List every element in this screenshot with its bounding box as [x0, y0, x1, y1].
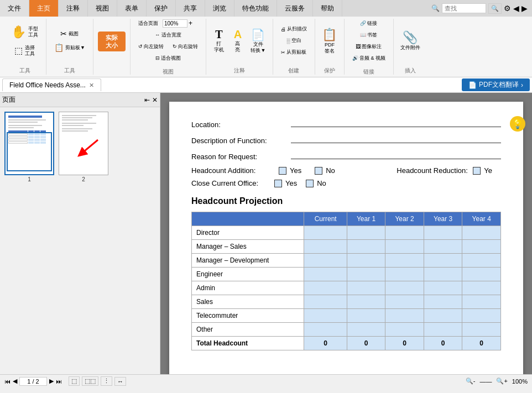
- fit-view-button[interactable]: ⊟ 适合视图: [135, 53, 201, 64]
- nav-prev-icon[interactable]: ◀: [513, 4, 519, 13]
- highlight-button[interactable]: A 高亮: [230, 26, 246, 55]
- row-value-cell[interactable]: [462, 254, 501, 268]
- row-value-cell[interactable]: [462, 226, 501, 240]
- row-value-cell[interactable]: 0: [462, 337, 501, 350]
- fit-width-button[interactable]: ↔ 适合宽度: [135, 30, 201, 40]
- zoom-input[interactable]: [163, 19, 187, 28]
- row-value-cell[interactable]: [424, 323, 462, 337]
- settings-icon[interactable]: ⚙: [504, 4, 511, 13]
- row-value-cell[interactable]: [347, 226, 385, 240]
- row-value-cell[interactable]: [385, 281, 424, 295]
- row-value-cell[interactable]: [462, 281, 501, 295]
- tab-protect[interactable]: 保护: [147, 0, 176, 17]
- nav-next-icon[interactable]: ▶: [521, 4, 528, 13]
- addition-yes-checkbox[interactable]: [279, 167, 286, 175]
- row-value-cell[interactable]: 0: [347, 337, 385, 350]
- row-value-cell[interactable]: [347, 240, 385, 254]
- row-value-cell[interactable]: [304, 226, 347, 240]
- tab-share[interactable]: 共享: [176, 0, 205, 17]
- reason-field[interactable]: [291, 150, 501, 159]
- tip-bubble[interactable]: 💡: [510, 116, 525, 132]
- audio-video-button[interactable]: 🔊音频 & 视频: [349, 53, 389, 64]
- row-value-cell[interactable]: [462, 268, 501, 281]
- tab-view[interactable]: 视图: [88, 0, 117, 17]
- row-value-cell[interactable]: [385, 240, 424, 254]
- image-annotate-button[interactable]: 🖼图像标注: [349, 41, 389, 52]
- search-btn[interactable]: 🔍: [488, 3, 502, 14]
- from-scanner-button[interactable]: 🖨从扫描仪: [278, 24, 310, 34]
- row-value-cell[interactable]: [385, 309, 424, 323]
- pdf-sign-button[interactable]: 📋 PDF签名: [320, 25, 340, 56]
- row-value-cell[interactable]: [424, 295, 462, 309]
- doc-tab-close-icon[interactable]: ✕: [89, 82, 94, 89]
- row-value-cell[interactable]: [304, 309, 347, 323]
- row-value-cell[interactable]: [304, 254, 347, 268]
- row-value-cell[interactable]: [347, 281, 385, 295]
- bookmark-button[interactable]: 📖书签: [349, 30, 389, 40]
- description-field[interactable]: [291, 134, 501, 143]
- row-value-cell[interactable]: 0: [304, 337, 347, 350]
- addition-no-checkbox[interactable]: [315, 167, 322, 175]
- screenshot-button[interactable]: ✂ 截图: [51, 28, 88, 40]
- row-value-cell[interactable]: [462, 240, 501, 254]
- page-thumb-2[interactable]: 2: [59, 112, 108, 182]
- tab-annotate[interactable]: 注释: [59, 0, 88, 17]
- reduction-ye-checkbox[interactable]: [473, 167, 481, 175]
- fit-icon[interactable]: ↔: [114, 377, 126, 386]
- hand-tool-button[interactable]: ✋ 手型工具: [8, 23, 41, 41]
- zoom-slider[interactable]: ——: [479, 378, 492, 385]
- row-value-cell[interactable]: [424, 254, 462, 268]
- tab-help[interactable]: 帮助: [313, 0, 342, 17]
- row-value-cell[interactable]: [304, 240, 347, 254]
- zoom-increase-button[interactable]: 🔍+: [496, 378, 507, 385]
- doc-tab-active[interactable]: Field Office Needs Asse... ✕: [2, 78, 101, 91]
- row-value-cell[interactable]: [304, 268, 347, 281]
- file-attach-button[interactable]: 📎 文件附件: [398, 28, 423, 53]
- row-value-cell[interactable]: [462, 323, 501, 337]
- row-value-cell[interactable]: [347, 295, 385, 309]
- row-value-cell[interactable]: [424, 268, 462, 281]
- tab-browse[interactable]: 浏览: [205, 0, 234, 17]
- row-value-cell[interactable]: [385, 254, 424, 268]
- close-no-checkbox[interactable]: [306, 180, 314, 187]
- tab-form[interactable]: 表单: [117, 0, 147, 17]
- scroll-icon[interactable]: ⋮: [101, 376, 112, 386]
- row-value-cell[interactable]: [347, 323, 385, 337]
- row-value-cell[interactable]: 0: [424, 337, 462, 350]
- tab-cloud[interactable]: 云服务: [277, 0, 313, 17]
- page-current-input[interactable]: [19, 377, 47, 386]
- row-value-cell[interactable]: [424, 240, 462, 254]
- from-clipboard-button[interactable]: ✂从剪贴板: [278, 47, 310, 57]
- single-page-icon[interactable]: ⬚: [69, 376, 80, 386]
- realsize-button[interactable]: 实际 大小: [98, 32, 126, 52]
- fit-page-button[interactable]: 适合页面: [135, 18, 161, 29]
- sidebar-collapse-icon[interactable]: ✕: [152, 96, 158, 104]
- close-yes-checkbox[interactable]: [274, 180, 282, 187]
- row-value-cell[interactable]: [424, 226, 462, 240]
- select-tool-button[interactable]: ⬚ 选择工具: [8, 43, 41, 59]
- row-value-cell[interactable]: [385, 226, 424, 240]
- tab-features[interactable]: 特色功能: [234, 0, 277, 17]
- convert-button[interactable]: 📄 文件转换▼: [248, 26, 268, 56]
- sidebar-expand-icon[interactable]: ⇤: [144, 96, 150, 104]
- row-value-cell[interactable]: [462, 309, 501, 323]
- row-value-cell[interactable]: [424, 309, 462, 323]
- tab-file[interactable]: 文件: [0, 0, 29, 17]
- row-value-cell[interactable]: [385, 295, 424, 309]
- row-value-cell[interactable]: [385, 268, 424, 281]
- row-value-cell[interactable]: [347, 309, 385, 323]
- search-input[interactable]: [442, 3, 486, 13]
- blank-button[interactable]: ░空白: [278, 35, 310, 46]
- rotate-right-button[interactable]: ↻向右旋转: [169, 41, 201, 52]
- row-value-cell[interactable]: [462, 295, 501, 309]
- row-value-cell[interactable]: 0: [385, 337, 424, 350]
- link-button[interactable]: 🔗链接: [349, 18, 389, 29]
- two-page-icon[interactable]: ⬚⬚: [82, 376, 98, 386]
- page-thumb-1[interactable]: 1: [4, 112, 54, 182]
- row-value-cell[interactable]: [347, 254, 385, 268]
- row-value-cell[interactable]: [304, 281, 347, 295]
- pdf-translate-button[interactable]: 📄 PDF文档翻译 ›: [462, 78, 530, 91]
- clipboard-button[interactable]: 📋 剪贴板▼: [51, 41, 88, 54]
- nav-first-button[interactable]: ⏮: [4, 378, 11, 385]
- row-value-cell[interactable]: [385, 323, 424, 337]
